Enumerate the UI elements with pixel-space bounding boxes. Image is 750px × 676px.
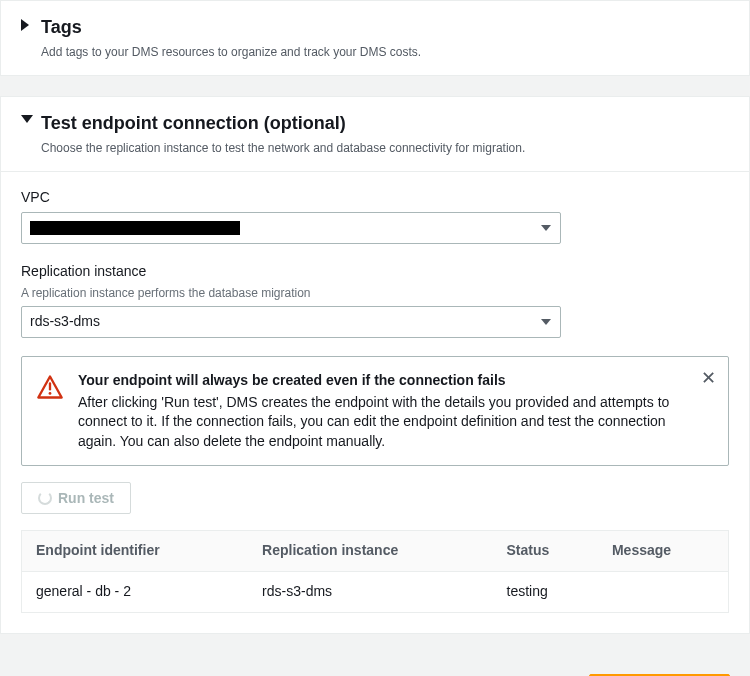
vpc-select[interactable] (21, 212, 561, 244)
tags-panel: Tags Add tags to your DMS resources to o… (0, 0, 750, 76)
col-endpoint-identifier: Endpoint identifier (22, 531, 249, 572)
footer-actions: Cancel Create endpoint (0, 654, 750, 676)
caret-right-icon[interactable] (21, 19, 31, 31)
svg-marker-1 (21, 115, 33, 123)
run-test-button[interactable]: Run test (21, 482, 131, 514)
warning-icon (36, 373, 64, 451)
test-endpoint-panel: Test endpoint connection (optional) Choo… (0, 96, 750, 634)
run-test-label: Run test (58, 490, 114, 506)
cell-status: testing (493, 571, 598, 612)
svg-marker-0 (21, 19, 29, 31)
col-message: Message (598, 531, 729, 572)
test-results-table: Endpoint identifier Replication instance… (21, 530, 729, 612)
table-header-row: Endpoint identifier Replication instance… (22, 531, 729, 572)
cell-replication-instance: rds-s3-dms (248, 571, 492, 612)
tags-title: Tags (41, 15, 729, 40)
col-replication-instance: Replication instance (248, 531, 492, 572)
table-row: general - db - 2 rds-s3-dms testing (22, 571, 729, 612)
replication-instance-label: Replication instance (21, 262, 729, 282)
vpc-value-redacted (30, 221, 240, 235)
svg-point-5 (49, 392, 52, 395)
spinner-icon (38, 491, 52, 505)
replication-instance-value: rds-s3-dms (30, 312, 100, 332)
caret-down-icon[interactable] (21, 115, 31, 123)
replication-instance-hint: A replication instance performs the data… (21, 285, 729, 302)
cell-endpoint-identifier: general - db - 2 (22, 571, 249, 612)
test-title: Test endpoint connection (optional) (41, 111, 729, 136)
cell-message (598, 571, 729, 612)
alert-body: After clicking 'Run test', DMS creates t… (78, 393, 688, 452)
tags-subtitle: Add tags to your DMS resources to organi… (41, 44, 729, 61)
replication-instance-select[interactable]: rds-s3-dms (21, 306, 561, 338)
col-status: Status (493, 531, 598, 572)
connection-warning-alert: Your endpoint will always be created eve… (21, 356, 729, 466)
test-subtitle: Choose the replication instance to test … (41, 140, 729, 157)
vpc-label: VPC (21, 188, 729, 208)
alert-title: Your endpoint will always be created eve… (78, 371, 688, 391)
close-icon[interactable]: ✕ (701, 369, 716, 387)
